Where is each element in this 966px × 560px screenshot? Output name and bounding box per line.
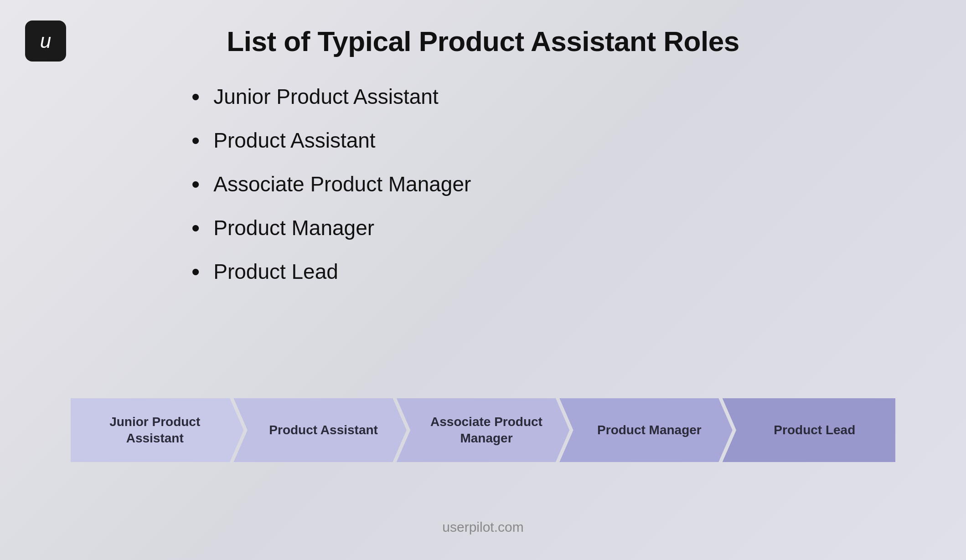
pipeline-step-label: Associate ProductManager — [405, 414, 561, 447]
page-title: List of Typical Product Assistant Roles — [0, 25, 966, 57]
pipeline-step-label: Product Manager — [572, 422, 720, 438]
pipeline-step-label: Product Assistant — [244, 422, 396, 438]
pipeline-step-3: Associate ProductManager — [397, 398, 569, 462]
list-item: Associate Product Manager — [191, 172, 471, 196]
pipeline-step-label: Product Lead — [749, 422, 869, 438]
pipeline-step-4: Product Manager — [559, 398, 732, 462]
pipeline-step-label: Junior ProductAssistant — [96, 414, 218, 447]
roles-pipeline: Junior ProductAssistant Product Assistan… — [71, 394, 895, 467]
pipeline-step-1: Junior ProductAssistant — [71, 398, 243, 462]
roles-bullet-list: Junior Product Assistant Product Assista… — [191, 84, 471, 303]
footer-url: userpilot.com — [442, 519, 523, 535]
list-item: Product Lead — [191, 259, 471, 284]
list-item: Junior Product Assistant — [191, 84, 471, 109]
pipeline-step-2: Product Assistant — [233, 398, 406, 462]
list-item: Product Manager — [191, 216, 471, 240]
userpilot-logo: u — [25, 21, 66, 62]
list-item: Product Assistant — [191, 128, 471, 153]
pipeline-step-5: Product Lead — [723, 398, 895, 462]
